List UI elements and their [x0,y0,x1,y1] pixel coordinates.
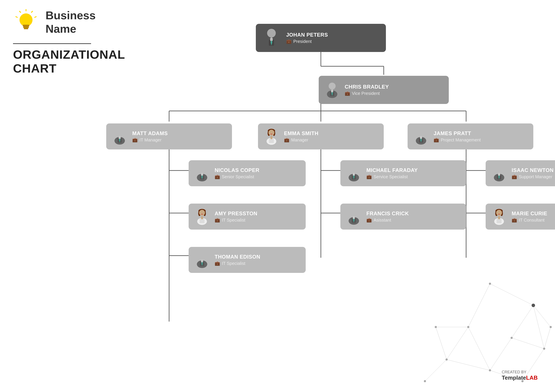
node-chris: CHRIS BRADLEY 💼 Vice President [319,76,449,104]
briefcase-icon: 💼 [215,174,220,179]
avatar-francis [345,208,363,225]
avatar-michael [345,164,363,182]
svg-rect-123 [498,216,500,219]
node-nicolas: NICOLAS COPER 💼 Senior Specialist [189,160,306,186]
svg-point-18 [543,348,545,350]
created-by-label: CREATED BY [502,370,538,374]
svg-point-125 [199,253,205,259]
briefcase-icon: 💼 [132,137,138,143]
avatar-james [412,128,430,145]
thoman-role: 💼 IT Specialist [215,261,260,266]
node-francis: FRANCIS CRICK 💼 Asisstant [340,204,466,229]
isaac-name: ISAAC NEWTON [512,167,554,173]
amy-role: 💼 IT Specialist [215,217,257,223]
node-james: JAMES PRATT 💼 Project Management [408,123,533,150]
michael-name: MICHAEL FARADAY [366,167,418,173]
briefcase-icon: 💼 [345,91,350,96]
template-label: Template [502,374,526,381]
briefcase-icon: 💼 [366,217,372,223]
svg-point-110 [201,214,203,214]
svg-line-28 [31,11,33,12]
avatar-johan [261,27,282,49]
svg-point-97 [496,166,503,173]
svg-rect-35 [24,28,28,29]
svg-line-15 [544,327,551,349]
svg-point-58 [267,29,276,37]
svg-point-111 [350,209,357,216]
watermark: CREATED BY TemplateLAB [502,370,538,381]
briefcase-icon: 💼 [512,174,517,179]
svg-point-26 [550,326,552,328]
james-name: JAMES PRATT [434,130,481,137]
avatar-nicolas [193,164,211,182]
marie-role: 💼 IT Consultant [512,217,547,223]
svg-point-87 [199,166,205,173]
node-johan: JOHAN PETERS 💼 President [256,24,386,52]
node-isaac: ISAAC NEWTON 💼 Support Manager [486,160,555,186]
node-thoman: THOMAN EDISON 💼 IT Specialist [189,247,306,273]
johan-role: 💼 President [286,39,328,44]
briefcase-icon: 💼 [215,261,220,266]
svg-point-81 [270,134,272,134]
svg-point-68 [116,129,123,136]
chart-area: JOHAN PETERS 💼 President CHRIS BRADLEY 💼… [98,17,542,379]
emma-name: EMMA SMITH [284,130,319,137]
briefcase-icon: 💼 [284,137,289,143]
avatar-marie [490,208,508,225]
svg-point-124 [498,214,500,214]
briefcase-icon: 💼 [434,137,439,143]
svg-line-30 [20,11,21,12]
svg-rect-109 [201,216,203,219]
svg-point-77 [268,130,274,135]
avatar-matt [111,128,128,145]
node-matt: MATT ADAMS 💼 IT Manager [106,123,232,150]
avatar-chris [323,81,341,99]
briefcase-icon: 💼 [215,217,220,223]
svg-point-63 [329,83,336,89]
svg-point-24 [424,380,426,382]
svg-point-106 [199,210,205,216]
node-emma: EMMA SMITH 💼 Manager [258,123,384,150]
svg-rect-33 [23,25,29,26]
matt-role: 💼 IT Manager [132,137,168,143]
briefcase-icon: 💼 [286,39,292,44]
svg-line-29 [35,17,36,17]
connector-lines [98,17,542,379]
chris-role: 💼 Vice President [345,91,389,96]
node-marie: MARIE CURIE 💼 IT Consultant [486,204,555,229]
johan-name: JOHAN PETERS [286,32,328,38]
svg-point-82 [417,129,424,136]
header-divider [13,43,91,44]
michael-role: 💼 Service Specialist [366,174,418,179]
svg-point-120 [496,210,502,216]
svg-point-32 [20,14,33,26]
avatar-amy [193,208,211,225]
briefcase-icon: 💼 [512,217,517,223]
svg-rect-80 [270,136,272,139]
header: Business Name [13,9,96,36]
thoman-name: THOMAN EDISON [215,254,260,260]
lab-label: LAB [526,374,538,381]
marie-name: MARIE CURIE [512,211,547,217]
avatar-thoman [193,251,211,269]
briefcase-icon: 💼 [366,174,372,179]
james-role: 💼 Project Management [434,137,481,143]
chris-name: CHRIS BRADLEY [345,84,389,90]
svg-line-31 [16,17,17,17]
avatar-emma [263,128,280,145]
nicolas-name: NICOLAS COPER [215,167,260,173]
node-amy: AMY PRESSTON 💼 IT Specialist [189,204,306,229]
francis-name: FRANCIS CRICK [366,211,409,217]
logo-icon [13,9,39,35]
isaac-role: 💼 Support Manager [512,174,554,179]
svg-rect-34 [23,26,29,28]
svg-point-92 [350,166,357,173]
amy-name: AMY PRESSTON [215,211,257,217]
emma-role: 💼 Manager [284,137,319,143]
francis-role: 💼 Asisstant [366,217,409,223]
avatar-isaac [490,164,508,182]
node-michael: MICHAEL FARADAY 💼 Service Specialist [340,160,466,186]
matt-name: MATT ADAMS [132,130,168,137]
nicolas-role: 💼 Senior Specialist [215,174,260,179]
business-name: Business Name [45,9,96,36]
